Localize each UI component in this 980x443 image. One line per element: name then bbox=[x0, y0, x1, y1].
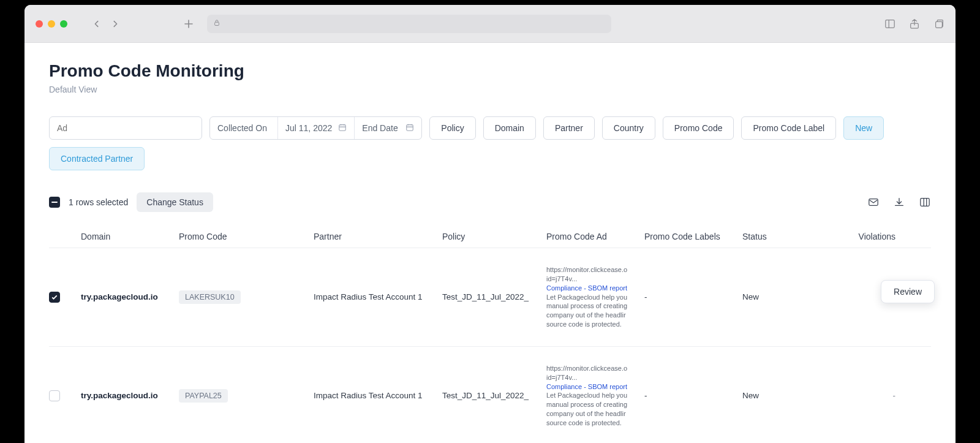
promo-code-badge: LAKERSUK10 bbox=[179, 290, 241, 304]
cell-policy: Test_JD_11_Jul_2022_ bbox=[442, 292, 534, 301]
columns-icon[interactable] bbox=[919, 196, 931, 208]
col-promo-code[interactable]: Promo Code bbox=[179, 232, 301, 241]
collected-on-text: Collected On bbox=[217, 123, 267, 133]
share-icon[interactable] bbox=[909, 18, 920, 29]
cell-labels: - bbox=[644, 292, 730, 301]
calendar-icon bbox=[405, 123, 414, 134]
col-promo-code-labels[interactable]: Promo Code Labels bbox=[644, 232, 730, 241]
filter-country[interactable]: Country bbox=[602, 116, 655, 140]
cell-partner: Impact Radius Test Account 1 bbox=[314, 292, 430, 301]
svg-rect-1 bbox=[886, 20, 894, 28]
calendar-icon bbox=[338, 123, 347, 134]
col-status[interactable]: Status bbox=[742, 232, 810, 241]
row-checkbox[interactable] bbox=[49, 390, 60, 401]
selection-bar: 1 rows selected Change Status bbox=[49, 192, 931, 212]
svg-rect-3 bbox=[936, 21, 943, 28]
change-status-button[interactable]: Change Status bbox=[137, 192, 213, 212]
cell-promo-code: LAKERSUK10 bbox=[179, 290, 301, 304]
end-date-picker[interactable]: End Date bbox=[354, 117, 421, 139]
col-partner[interactable]: Partner bbox=[314, 232, 430, 241]
cell-status: New bbox=[742, 391, 810, 400]
page-title: Promo Code Monitoring bbox=[49, 61, 931, 81]
ad-desc: Let Packagecloud help you manual process… bbox=[546, 293, 632, 329]
cell-labels: - bbox=[644, 391, 730, 400]
address-bar[interactable] bbox=[207, 15, 611, 33]
menu-item-review[interactable]: Review bbox=[894, 287, 922, 297]
collected-on-label: Collected On bbox=[210, 117, 277, 139]
end-date-label: End Date bbox=[362, 123, 398, 133]
filter-promo-code-label[interactable]: Promo Code Label bbox=[741, 116, 836, 140]
svg-rect-4 bbox=[339, 124, 346, 131]
svg-rect-0 bbox=[215, 22, 219, 25]
cell-domain: try.packagecloud.io bbox=[81, 292, 167, 301]
col-violations[interactable]: Violations bbox=[822, 232, 895, 241]
email-icon[interactable] bbox=[867, 196, 880, 208]
svg-rect-5 bbox=[407, 124, 413, 131]
nav-arrows bbox=[92, 19, 120, 29]
forward-button[interactable] bbox=[110, 19, 120, 29]
new-tab-button[interactable] bbox=[181, 17, 196, 31]
svg-rect-6 bbox=[869, 199, 878, 206]
cell-promo-code: PAYPAL25 bbox=[179, 389, 301, 403]
table-header: Domain Promo Code Partner Policy Promo C… bbox=[49, 225, 931, 248]
select-all-checkbox[interactable] bbox=[49, 197, 60, 208]
filter-ad-input[interactable] bbox=[49, 116, 202, 140]
svg-rect-7 bbox=[921, 199, 929, 206]
filter-row: Collected On Jul 11, 2022 End Date Polic… bbox=[49, 116, 931, 170]
back-button[interactable] bbox=[92, 19, 102, 29]
filter-policy[interactable]: Policy bbox=[429, 116, 475, 140]
browser-chrome bbox=[24, 5, 956, 43]
table-row: try.packagecloud.io PAYPAL25 Impact Radi… bbox=[49, 347, 931, 443]
window-maximize[interactable] bbox=[60, 20, 67, 28]
window-minimize[interactable] bbox=[48, 20, 55, 28]
ad-link[interactable]: Compliance - SBOM report bbox=[546, 284, 632, 293]
start-date-value: Jul 11, 2022 bbox=[285, 123, 332, 133]
filter-partner[interactable]: Partner bbox=[543, 116, 595, 140]
promo-code-badge: PAYPAL25 bbox=[179, 389, 228, 403]
ad-url: https://monitor.clickcease.o id=j7T4v... bbox=[546, 265, 632, 284]
cell-violations: - bbox=[822, 391, 895, 400]
results-table: Domain Promo Code Partner Policy Promo C… bbox=[49, 225, 931, 443]
ad-url: https://monitor.clickcease.o id=j7T4v... bbox=[546, 364, 632, 382]
lock-icon bbox=[213, 19, 221, 28]
col-promo-code-ad[interactable]: Promo Code Ad bbox=[546, 232, 632, 241]
filter-new[interactable]: New bbox=[843, 116, 884, 140]
rows-selected-text: 1 rows selected bbox=[69, 197, 128, 207]
cell-promo-code-ad: https://monitor.clickcease.o id=j7T4v...… bbox=[546, 265, 632, 329]
table-row: try.packagecloud.io LAKERSUK10 Impact Ra… bbox=[49, 248, 931, 347]
filter-domain[interactable]: Domain bbox=[483, 116, 536, 140]
filter-promo-code[interactable]: Promo Code bbox=[663, 116, 734, 140]
cell-status: New bbox=[742, 292, 810, 301]
sidebar-icon[interactable] bbox=[884, 18, 895, 29]
cell-domain: try.packagecloud.io bbox=[81, 391, 167, 400]
page-subtitle: Default View bbox=[49, 85, 931, 94]
ad-input[interactable] bbox=[57, 123, 194, 133]
date-range-group: Collected On Jul 11, 2022 End Date bbox=[209, 116, 422, 140]
filter-contracted-partner[interactable]: Contracted Partner bbox=[49, 147, 145, 170]
row-action-menu: Review bbox=[881, 280, 935, 303]
row-checkbox[interactable] bbox=[49, 292, 60, 303]
cell-policy: Test_JD_11_Jul_2022_ bbox=[442, 391, 534, 400]
window-close[interactable] bbox=[36, 20, 43, 28]
col-policy[interactable]: Policy bbox=[442, 232, 534, 241]
download-icon[interactable] bbox=[893, 196, 905, 208]
traffic-lights bbox=[36, 20, 67, 28]
ad-desc: Let Packagecloud help you manual process… bbox=[546, 391, 632, 427]
tabs-icon[interactable] bbox=[933, 18, 944, 29]
cell-partner: Impact Radius Test Account 1 bbox=[314, 391, 430, 400]
col-domain[interactable]: Domain bbox=[81, 232, 167, 241]
cell-promo-code-ad: https://monitor.clickcease.o id=j7T4v...… bbox=[546, 364, 632, 428]
start-date-picker[interactable]: Jul 11, 2022 bbox=[277, 117, 354, 139]
ad-link[interactable]: Compliance - SBOM report bbox=[546, 382, 632, 392]
